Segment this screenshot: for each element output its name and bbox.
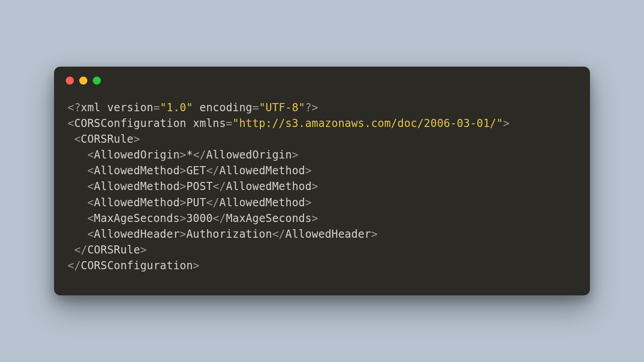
punct: </	[213, 212, 226, 225]
tag-name: AllowedOrigin	[94, 149, 180, 161]
punct: >	[312, 212, 318, 225]
punct: =	[226, 117, 233, 130]
text-content: POST	[186, 180, 213, 193]
text-content: Authorization	[186, 228, 272, 240]
tag-name: AllowedMethod	[219, 196, 305, 209]
punct: </	[213, 180, 226, 193]
code-line: <AllowedMethod>GET</AllowedMethod>	[68, 164, 312, 177]
tag-name: AllowedMethod	[94, 196, 180, 209]
tag-name: CORSConfiguration	[74, 117, 186, 130]
punct: <	[68, 133, 81, 145]
code-line: <AllowedMethod>PUT</AllowedMethod>	[68, 196, 312, 209]
space	[193, 101, 200, 114]
tag-name: CORSConfiguration	[81, 259, 193, 272]
punct: >	[371, 228, 378, 240]
punct: <	[68, 164, 94, 177]
punct: <	[68, 228, 94, 240]
punct: >	[292, 149, 299, 161]
tag-name: AllowedOrigin	[206, 149, 292, 161]
punct: =	[153, 101, 160, 114]
tag-name: CORSRule	[87, 244, 140, 256]
punct: >	[193, 259, 200, 272]
string: "UTF-8"	[259, 101, 305, 114]
tag-name: AllowedHeader	[285, 228, 371, 240]
punct: <	[68, 117, 74, 130]
code-block: <?xml version="1.0" encoding="UTF-8"?> <…	[54, 89, 590, 273]
code-line: <CORSConfiguration xmlns="http://s3.amaz…	[68, 117, 510, 130]
punct: </	[206, 164, 219, 177]
window-minimize-icon[interactable]	[79, 77, 87, 85]
tag-name: xml	[81, 101, 100, 114]
punct: </	[206, 196, 219, 209]
punct: >	[140, 244, 147, 256]
punct: >	[180, 196, 186, 209]
tag-name: AllowedHeader	[94, 228, 180, 240]
code-line: </CORSRule>	[68, 244, 147, 256]
punct: >	[312, 180, 318, 193]
window-close-icon[interactable]	[66, 77, 74, 85]
space	[186, 117, 193, 130]
punct: >	[180, 149, 186, 161]
attr-name: encoding	[200, 101, 252, 114]
attr-name: xmlns	[193, 117, 226, 130]
tag-name: AllowedMethod	[94, 164, 180, 177]
tag-name: AllowedMethod	[219, 164, 305, 177]
punct: ?>	[305, 101, 318, 114]
punct: >	[180, 228, 186, 240]
code-line: <MaxAgeSeconds>3000</MaxAgeSeconds>	[68, 212, 318, 225]
text-content: GET	[186, 164, 206, 177]
punct: >	[180, 212, 186, 225]
text-content: *	[186, 149, 193, 161]
stage: <?xml version="1.0" encoding="UTF-8"?> <…	[0, 0, 644, 362]
punct: >	[305, 196, 312, 209]
punct: </	[68, 244, 87, 256]
punct: <?	[68, 101, 81, 114]
punct: <	[68, 196, 94, 209]
code-line: <AllowedHeader>Authorization</AllowedHea…	[68, 228, 378, 240]
attr-name: version	[107, 101, 154, 114]
punct: >	[503, 117, 510, 130]
punct: </	[68, 259, 81, 272]
window-titlebar	[54, 67, 590, 89]
code-line: <CORSRule>	[68, 133, 140, 145]
punct: >	[305, 164, 312, 177]
tag-name: MaxAgeSeconds	[226, 212, 312, 225]
tag-name: AllowedMethod	[226, 180, 312, 193]
string: "http://s3.amazonaws.com/doc/2006-03-01/…	[232, 117, 503, 130]
punct: </	[193, 149, 206, 161]
punct: >	[134, 133, 141, 145]
window-zoom-icon[interactable]	[93, 77, 101, 85]
punct: <	[68, 149, 94, 161]
code-line: <?xml version="1.0" encoding="UTF-8"?>	[68, 101, 318, 114]
tag-name: CORSRule	[81, 133, 133, 145]
code-line: <AllowedOrigin>*</AllowedOrigin>	[68, 149, 299, 161]
code-line: <AllowedMethod>POST</AllowedMethod>	[68, 180, 318, 193]
text-content: 3000	[186, 212, 213, 225]
punct: >	[180, 164, 186, 177]
code-window: <?xml version="1.0" encoding="UTF-8"?> <…	[54, 67, 590, 295]
punct: <	[68, 212, 94, 225]
space	[100, 101, 107, 114]
punct: =	[252, 101, 259, 114]
text-content: PUT	[186, 196, 206, 209]
tag-name: MaxAgeSeconds	[94, 212, 180, 225]
punct: <	[68, 180, 94, 193]
string: "1.0"	[160, 101, 193, 114]
punct: >	[180, 180, 186, 193]
tag-name: AllowedMethod	[94, 180, 180, 193]
punct: </	[272, 228, 285, 240]
code-line: </CORSConfiguration>	[68, 259, 200, 272]
